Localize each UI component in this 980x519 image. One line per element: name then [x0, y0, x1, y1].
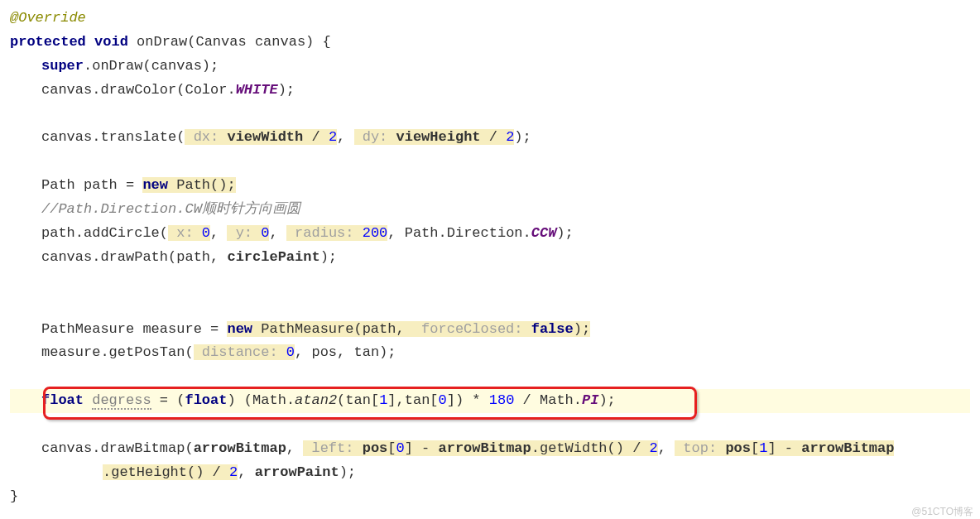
- translate-call[interactable]: canvas.translate( dx: viewWidth / 2, dy:…: [10, 126, 970, 150]
- override-annotation: @Override: [10, 10, 86, 26]
- path-measure[interactable]: PathMeasure measure = new PathMeasure(pa…: [10, 318, 970, 342]
- num-180: 180: [489, 392, 515, 408]
- num-200: 200: [363, 225, 388, 241]
- arrow-paint: arrowPaint: [255, 464, 339, 480]
- db2-tail: );: [339, 464, 356, 480]
- hint-y: y:: [227, 225, 261, 241]
- kw-new: new: [142, 177, 168, 193]
- draw-bitmap-line2[interactable]: .getHeight() / 2, arrowPaint);: [10, 461, 970, 485]
- addcircle-head: path.addCircle(: [41, 225, 168, 241]
- comma1: ,: [337, 129, 353, 145]
- path-tail: Path();: [168, 177, 236, 193]
- kw-float: float: [41, 392, 84, 408]
- viewwidth: viewWidth: [227, 129, 303, 145]
- arrow-bitmap-3: arrowBitmap: [801, 440, 894, 456]
- num2a: 2: [650, 440, 658, 456]
- args: (tan[: [337, 392, 379, 408]
- db-head: canvas.drawBitmap(: [41, 440, 194, 456]
- kw-false: false: [531, 321, 574, 337]
- m2: ]) *: [447, 392, 489, 408]
- pm-tail: );: [574, 321, 590, 337]
- drawpath-head: canvas.drawPath(path,: [41, 249, 227, 265]
- c1: ,: [210, 225, 227, 241]
- num-x0: 0: [202, 225, 210, 241]
- addcircle-tail: );: [556, 225, 573, 241]
- add-circle[interactable]: path.addCircle( x: 0, y: 0, radius: 200,…: [10, 222, 970, 246]
- db2-c: ,: [238, 464, 254, 480]
- watermark: @51CTO博客: [911, 503, 973, 519]
- num-y0: 0: [261, 225, 269, 241]
- cast-float: float: [185, 392, 227, 408]
- super-call[interactable]: super.onDraw(canvas);: [10, 55, 970, 79]
- num-2a: 2: [329, 129, 337, 145]
- idx-1: 1: [379, 392, 387, 408]
- get-pos-tan[interactable]: measure.getPosTan( distance: 0, pos, tan…: [10, 341, 970, 365]
- viewheight: viewHeight: [396, 129, 481, 145]
- draw-bitmap-line1[interactable]: canvas.drawBitmap(arrowBitmap, left: pos…: [10, 437, 970, 461]
- translate-head: canvas.translate(: [41, 129, 185, 145]
- gpt-tail: , pos, tan);: [295, 344, 396, 360]
- idx-0: 0: [439, 392, 447, 408]
- m1: ],tan[: [387, 392, 438, 408]
- hint-dy: dy:: [354, 129, 396, 145]
- sp: [84, 392, 92, 408]
- mid: ) (Math.: [227, 392, 295, 408]
- brc1: ] -: [767, 440, 801, 456]
- highlighted-degress-line[interactable]: float degress = (float) (Math.atan2(tan[…: [10, 389, 970, 413]
- circle-paint: circlePaint: [227, 249, 319, 265]
- num-2b: 2: [506, 129, 514, 145]
- atan2: atan2: [295, 392, 337, 408]
- gh: .getHeight() /: [103, 464, 229, 480]
- gw: .getWidth() /: [531, 440, 650, 456]
- hint-forceclosed: forceClosed:: [413, 321, 531, 337]
- gpt-head: measure.getPosTan(: [41, 344, 194, 360]
- draw-path[interactable]: canvas.drawPath(path, circlePaint);: [10, 246, 970, 270]
- pm-ctor: PathMeasure(path,: [252, 321, 413, 337]
- kw-super: super: [41, 58, 84, 74]
- kw-new-pm: new: [227, 321, 252, 337]
- var-degress: degress: [92, 392, 151, 410]
- translate-tail: );: [514, 129, 531, 145]
- pos1: pos: [725, 440, 751, 456]
- super-tail: .onDraw(canvas);: [84, 58, 219, 74]
- close-brace: }: [10, 485, 970, 509]
- hint-dx: dx:: [185, 129, 227, 145]
- db-c1: ,: [286, 440, 303, 456]
- hint-distance: distance:: [194, 344, 286, 360]
- num2b: 2: [229, 464, 238, 480]
- pm-head: PathMeasure measure =: [41, 321, 227, 337]
- drawcolor-head: canvas.drawColor(Color.: [41, 82, 236, 98]
- br0: [: [387, 440, 396, 456]
- arrow-bitmap-1: arrowBitmap: [194, 440, 286, 456]
- arrow-bitmap-2: arrowBitmap: [439, 440, 531, 456]
- annotation-line: @Override: [10, 7, 970, 31]
- draw-color[interactable]: canvas.drawColor(Color.WHITE);: [10, 79, 970, 103]
- comment-text: //Path.Direction.CW顺时针方向画圆: [41, 201, 300, 217]
- comment-line: //Path.Direction.CW顺时针方向画圆: [10, 198, 970, 222]
- const-pi: PI: [582, 392, 598, 408]
- op2: /: [481, 129, 507, 145]
- method-signature[interactable]: protected void onDraw(Canvas canvas) {: [10, 31, 970, 55]
- brace: }: [10, 488, 18, 504]
- const-white: WHITE: [236, 82, 278, 98]
- hint-left: left:: [303, 440, 362, 456]
- const-ccw: CCW: [531, 225, 557, 241]
- db-c2: ,: [658, 440, 675, 456]
- kw-protected: protected: [10, 34, 86, 50]
- new-path[interactable]: Path path = new Path();: [10, 174, 970, 198]
- m3: / Math.: [514, 392, 582, 408]
- idx0: 0: [396, 440, 405, 456]
- num-dist-0: 0: [286, 344, 295, 360]
- op1: /: [303, 129, 329, 145]
- kw-void: void: [94, 34, 128, 50]
- hint-top: top:: [675, 440, 725, 456]
- drawcolor-tail: );: [278, 82, 295, 98]
- pos0: pos: [363, 440, 388, 456]
- path-head: Path path =: [41, 177, 142, 193]
- idx1: 1: [759, 440, 767, 456]
- method-params: (Canvas canvas) {: [187, 34, 330, 50]
- eq: = (: [151, 392, 185, 408]
- hint-radius: radius:: [286, 225, 363, 241]
- deg-tail: );: [598, 392, 615, 408]
- brc: ] -: [405, 440, 439, 456]
